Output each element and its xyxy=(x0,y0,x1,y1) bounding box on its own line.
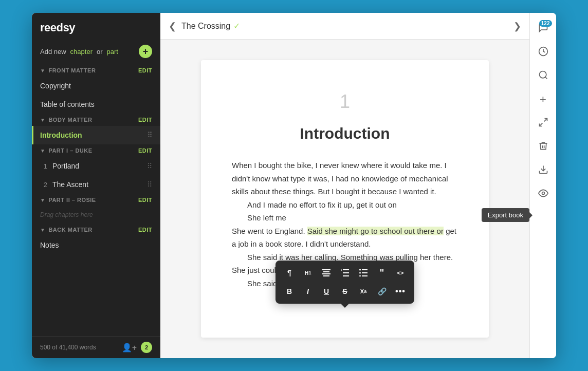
item1-num: 1 xyxy=(40,162,47,170)
part1-label: PART I – Duke xyxy=(48,147,92,154)
link-btn[interactable]: 🔗 xyxy=(373,283,391,300)
part1-edit[interactable]: EDIT xyxy=(138,147,152,154)
italic-btn[interactable]: I xyxy=(299,283,317,300)
sidebar-item-notes[interactable]: Notes xyxy=(32,236,160,254)
h1-btn[interactable]: H1 xyxy=(299,265,317,281)
add-new-row: Add new chapter or part + xyxy=(32,41,160,64)
ordered-list-btn[interactable]: 1 xyxy=(336,265,354,281)
svg-rect-6 xyxy=(343,275,349,276)
sidebar-footer: 500 of 41,400 words 👤+ 2 xyxy=(32,336,160,358)
unordered-list-btn[interactable] xyxy=(355,265,372,281)
svg-text:1: 1 xyxy=(341,269,342,271)
item2-num: 2 xyxy=(40,181,47,189)
main-area: ❮ The Crossing ✓ ❯ 1 Introduction When I… xyxy=(160,13,529,358)
comments-button[interactable]: 122 xyxy=(534,19,553,39)
comment-badge: 122 xyxy=(539,20,552,27)
paragraph-format-btn[interactable]: ¶ xyxy=(281,265,298,281)
plus-icon: + xyxy=(540,93,546,106)
back-matter-label: BACK MATTER xyxy=(48,227,92,233)
superscript-btn[interactable]: Xa xyxy=(355,283,372,300)
code-btn[interactable]: <> xyxy=(392,265,409,281)
paragraph-4-pre: She went to England. xyxy=(232,227,305,235)
history-icon xyxy=(538,46,548,59)
download-icon xyxy=(538,164,548,177)
part-link[interactable]: part xyxy=(107,48,118,55)
paragraph-3: She left me xyxy=(232,211,458,225)
history-button[interactable] xyxy=(534,43,553,62)
body-matter-label: BODY MATTER xyxy=(48,117,92,123)
part2-edit[interactable]: EDIT xyxy=(138,197,152,203)
align-btn[interactable] xyxy=(318,265,335,281)
next-button[interactable]: ❯ xyxy=(513,21,521,32)
topbar: ❮ The Crossing ✓ ❯ xyxy=(160,13,529,40)
chevron-down-icon: ▼ xyxy=(40,68,45,73)
svg-point-10 xyxy=(359,272,361,274)
preview-button[interactable] xyxy=(534,184,553,204)
chapter-title-bar: The Crossing ✓ xyxy=(181,21,240,31)
share-button[interactable] xyxy=(534,114,553,133)
svg-rect-2 xyxy=(322,273,330,274)
search-button[interactable] xyxy=(534,66,553,86)
more-btn[interactable]: ••• xyxy=(392,283,409,300)
svg-line-16 xyxy=(545,77,547,79)
front-matter-edit[interactable]: EDIT xyxy=(138,67,152,73)
toolbar-row-2: B I U S Xa 🔗 ••• xyxy=(281,283,409,300)
drag-hint: Drag chapters here xyxy=(32,206,160,224)
svg-point-12 xyxy=(359,275,361,277)
sidebar-item-introduction[interactable]: Introduction ⠿ xyxy=(32,126,160,144)
sidebar-item-portland[interactable]: 1 Portland ⠿ xyxy=(32,157,160,175)
chapter-name: The Crossing xyxy=(181,22,230,31)
quote-btn[interactable]: " xyxy=(373,265,391,281)
introduction-label: Introduction xyxy=(40,131,82,139)
svg-rect-0 xyxy=(322,269,330,270)
svg-rect-1 xyxy=(323,271,329,272)
chevron-down-icon-body: ▼ xyxy=(40,117,45,123)
body-matter-edit[interactable]: EDIT xyxy=(138,117,152,123)
svg-rect-9 xyxy=(362,269,368,270)
svg-point-15 xyxy=(539,71,546,78)
page-number: 1 xyxy=(232,91,458,113)
add-button[interactable]: + xyxy=(139,45,152,58)
app-logo: reedsy xyxy=(32,13,160,41)
back-matter-header: ▼ BACK MATTER EDIT xyxy=(32,224,160,236)
part2-label: PART II – Rosie xyxy=(48,197,96,203)
or-separator: or xyxy=(97,48,103,55)
chevron-down-icon-part1: ▼ xyxy=(40,148,45,154)
back-button[interactable]: ❮ xyxy=(169,21,176,32)
export-button[interactable] xyxy=(534,161,553,180)
body-matter-header: ▼ BODY MATTER EDIT xyxy=(32,114,160,126)
underline-btn[interactable]: U xyxy=(318,283,335,300)
sidebar-item-copyright[interactable]: Copyright xyxy=(32,77,160,95)
notes-label: Notes xyxy=(40,241,59,249)
notification-badge[interactable]: 2 xyxy=(141,342,152,353)
editor-container[interactable]: 1 Introduction When I bought the bike, I… xyxy=(160,40,529,358)
strikethrough-btn[interactable]: S xyxy=(336,283,354,300)
sidebar-item-toc[interactable]: Table of contents xyxy=(32,95,160,114)
part2-header: ▼ PART II – Rosie EDIT xyxy=(32,194,160,206)
add-collaborator-icon[interactable]: 👤+ xyxy=(122,343,137,353)
svg-line-17 xyxy=(544,118,547,121)
word-count: 500 of 41,400 words xyxy=(40,344,122,351)
trash-icon xyxy=(538,141,548,154)
chevron-down-icon-part2: ▼ xyxy=(40,197,45,203)
footer-icons: 👤+ 2 xyxy=(122,342,152,353)
delete-button[interactable] xyxy=(534,137,553,157)
chapter-heading: Introduction xyxy=(232,125,458,142)
editor-page[interactable]: 1 Introduction When I bought the bike, I… xyxy=(201,60,489,338)
sidebar-item-the-ascent[interactable]: 2 The Ascent ⠿ xyxy=(32,175,160,194)
drag-handle-ascent: ⠿ xyxy=(147,180,152,189)
paragraph-1: When I bought the bike, I never knew whe… xyxy=(232,159,458,198)
svg-rect-3 xyxy=(323,275,329,276)
add-element-button[interactable]: + xyxy=(534,90,553,109)
front-matter-header: ▼ FRONT MATTER EDIT xyxy=(32,64,160,77)
chapter-link[interactable]: chapter xyxy=(70,48,93,55)
back-matter-edit[interactable]: EDIT xyxy=(138,227,152,233)
svg-point-8 xyxy=(359,269,361,271)
paragraph-4-highlight: Said she might go to school out there or xyxy=(307,227,444,235)
paragraph-4: She went to England. Said she might go t… xyxy=(232,225,458,251)
bold-btn[interactable]: B xyxy=(281,283,298,300)
check-icon: ✓ xyxy=(233,21,240,31)
right-toolbar: 122 + xyxy=(529,13,556,358)
copyright-label: Copyright xyxy=(40,82,71,90)
format-toolbar: ¶ H1 1 " <> xyxy=(275,261,414,304)
